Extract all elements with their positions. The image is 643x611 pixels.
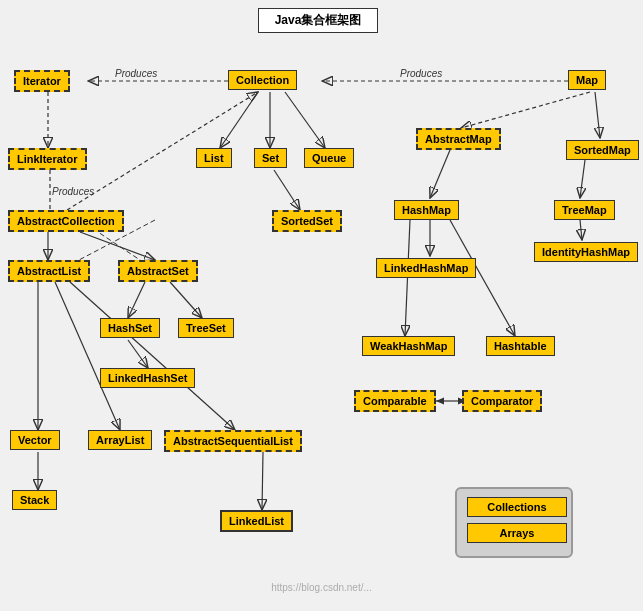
diagram: Produces Produces Produces xyxy=(0,0,643,611)
svg-text:Produces: Produces xyxy=(400,68,442,79)
node-sortedmap: SortedMap xyxy=(566,140,639,160)
node-abstractset: AbstractSet xyxy=(118,260,198,282)
node-list: List xyxy=(196,148,232,168)
svg-line-27 xyxy=(405,220,410,336)
node-hashtable: Hashtable xyxy=(486,336,555,356)
svg-line-28 xyxy=(450,220,515,336)
svg-line-29 xyxy=(580,220,582,240)
svg-text:Produces: Produces xyxy=(115,68,157,79)
node-collection: Collection xyxy=(228,70,297,90)
svg-line-13 xyxy=(595,92,600,138)
svg-line-22 xyxy=(274,170,300,210)
node-linkedhashset: LinkedHashSet xyxy=(100,368,195,388)
node-weakhashmap: WeakHashMap xyxy=(362,336,455,356)
watermark: https://blog.csdn.net/... xyxy=(271,582,372,593)
node-stack: Stack xyxy=(12,490,57,510)
svg-line-12 xyxy=(461,92,590,128)
node-abstractlist: AbstractList xyxy=(8,260,90,282)
node-comparator: Comparator xyxy=(462,390,542,412)
node-arraylist: ArrayList xyxy=(88,430,152,450)
node-comparable: Comparable xyxy=(354,390,436,412)
node-abstractsequentiallist: AbstractSequentialList xyxy=(164,430,302,452)
svg-line-25 xyxy=(128,340,148,368)
node-linkedhashmap: LinkedHashMap xyxy=(376,258,476,278)
node-linkiterator: LinkIterator xyxy=(8,148,87,170)
svg-line-23 xyxy=(128,282,145,318)
node-identityhashmap: IdentityHashMap xyxy=(534,242,638,262)
svg-text:Produces: Produces xyxy=(52,186,94,197)
node-vector: Vector xyxy=(10,430,60,450)
legend-box: Collections Arrays xyxy=(455,487,573,558)
node-hashmap: HashMap xyxy=(394,200,459,220)
node-abstractcollection: AbstractCollection xyxy=(8,210,124,232)
node-queue: Queue xyxy=(304,148,354,168)
svg-line-14 xyxy=(430,150,450,198)
svg-line-32 xyxy=(70,282,235,430)
svg-line-15 xyxy=(580,160,585,198)
svg-line-31 xyxy=(55,282,120,430)
node-treemap: TreeMap xyxy=(554,200,615,220)
svg-line-34 xyxy=(262,452,263,510)
svg-line-11 xyxy=(285,92,325,148)
node-treeset: TreeSet xyxy=(178,318,234,338)
svg-line-21 xyxy=(80,232,155,260)
svg-line-9 xyxy=(220,92,258,148)
node-collections: Collections xyxy=(467,497,567,517)
node-iterator: Iterator xyxy=(14,70,70,92)
node-arrays: Arrays xyxy=(467,523,567,543)
title-node: Java集合框架图 xyxy=(258,8,378,33)
node-hashset: HashSet xyxy=(100,318,160,338)
node-abstractmap: AbstractMap xyxy=(416,128,501,150)
svg-line-24 xyxy=(170,282,202,318)
node-map: Map xyxy=(568,70,606,90)
node-set: Set xyxy=(254,148,287,168)
node-sortedset: SortedSet xyxy=(272,210,342,232)
node-linkedlist: LinkedList xyxy=(220,510,293,532)
